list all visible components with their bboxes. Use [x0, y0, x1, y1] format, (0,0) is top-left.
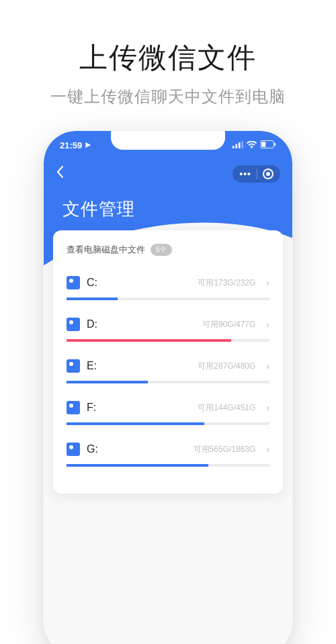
more-icon[interactable]: ••• — [239, 169, 251, 179]
svg-rect-5 — [261, 142, 265, 146]
target-icon[interactable] — [263, 169, 274, 179]
progress-track — [67, 381, 269, 383]
progress-track — [67, 422, 269, 425]
disk-icon — [67, 318, 80, 331]
disk-name: G: — [87, 443, 98, 455]
chevron-right-icon: › — [266, 361, 269, 371]
disk-item[interactable]: D: 可用90G/477G › — [67, 310, 269, 351]
disk-icon — [67, 443, 80, 456]
disk-card: 查看电脑磁盘中文件 5个 C: 可用173G/232G › D: 可用90G/4… — [53, 230, 283, 494]
svg-rect-1 — [235, 144, 237, 148]
progress-fill — [67, 464, 208, 467]
disk-usage-label: 可用287G/480G — [198, 361, 255, 372]
disk-icon — [67, 401, 80, 414]
chevron-right-icon: › — [266, 277, 269, 288]
count-badge: 5个 — [151, 244, 172, 256]
nav-divider — [257, 169, 257, 179]
disk-item[interactable]: E: 可用287G/480G › — [67, 351, 269, 393]
phone-screen: 21:59 ••• — [44, 131, 292, 644]
progress-fill — [67, 422, 204, 425]
phone-frame: 21:59 ••• — [43, 130, 293, 644]
disk-name: C: — [87, 277, 97, 289]
wifi-icon — [247, 140, 257, 150]
svg-rect-6 — [274, 142, 276, 146]
disk-icon — [67, 276, 80, 289]
disk-name: D: — [87, 318, 97, 330]
status-time: 21:59 — [60, 140, 82, 150]
progress-fill — [67, 381, 148, 383]
chevron-right-icon: › — [266, 402, 269, 413]
progress-fill — [67, 297, 118, 300]
disk-name: F: — [87, 402, 96, 414]
svg-rect-2 — [239, 142, 241, 148]
disk-icon — [67, 359, 80, 373]
nav-bar: ••• — [44, 159, 292, 189]
disk-item[interactable]: C: 可用173G/232G › — [67, 268, 269, 310]
progress-fill — [67, 339, 231, 342]
disk-item[interactable]: G: 可用565G/1863G › — [67, 434, 269, 476]
disk-list: C: 可用173G/232G › D: 可用90G/477G › E: 可用28… — [67, 268, 269, 476]
page-title: 文件管理 — [62, 197, 135, 221]
status-bar: 21:59 — [44, 138, 292, 152]
marketing-subtitle: 一键上传微信聊天中文件到电脑 — [0, 86, 336, 107]
disk-usage-label: 可用173G/232G — [198, 277, 255, 289]
card-header: 查看电脑磁盘中文件 5个 — [67, 244, 269, 256]
disk-usage-label: 可用144G/451G — [198, 402, 255, 414]
disk-item[interactable]: F: 可用144G/451G › — [67, 393, 269, 434]
back-button[interactable] — [56, 165, 64, 183]
chevron-right-icon: › — [266, 319, 269, 330]
chevron-right-icon: › — [266, 444, 269, 455]
progress-track — [67, 339, 269, 342]
progress-track — [67, 297, 269, 300]
progress-track — [67, 464, 269, 467]
signal-icon — [233, 140, 243, 150]
disk-name: E: — [87, 360, 97, 372]
disk-usage-label: 可用90G/477G — [202, 319, 255, 330]
nav-actions: ••• — [233, 165, 280, 183]
location-icon — [85, 140, 91, 150]
disk-usage-label: 可用565G/1863G — [194, 444, 256, 455]
battery-icon — [260, 140, 276, 150]
svg-rect-3 — [241, 141, 243, 148]
marketing-title: 上传微信文件 — [0, 39, 336, 77]
svg-rect-0 — [233, 146, 235, 148]
card-header-title: 查看电脑磁盘中文件 — [67, 244, 145, 256]
